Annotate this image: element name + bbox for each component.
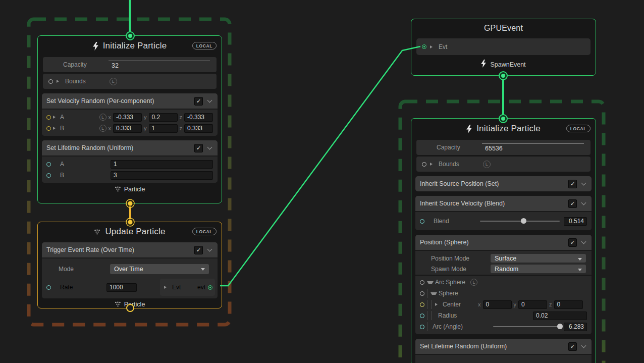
expander-icon[interactable] [53,116,58,119]
block-trigger-event-rate[interactable]: Trigger Event Rate (Over Time) Mode Over… [42,242,218,298]
chevron-down-icon[interactable] [581,181,586,186]
block-header[interactable]: Inherit Source Position (Set) [415,176,592,191]
float-port[interactable] [420,314,424,318]
node-header[interactable]: Initialize Particle LOCAL [411,119,596,139]
enabled-checkbox[interactable] [194,246,203,254]
enabled-checkbox[interactable] [568,342,577,351]
float-port[interactable] [46,285,51,290]
x-input[interactable]: 0.333 [113,124,142,133]
bounds-row: Bounds L [43,74,217,89]
block-header[interactable]: Trigger Event Rate (Over Time) [42,242,218,257]
rate-label: Rate [60,284,106,291]
enabled-checkbox[interactable] [194,144,203,152]
chevron-down-icon[interactable] [581,239,586,244]
center-x-input[interactable]: 0 [483,300,512,309]
position-port[interactable] [420,302,424,307]
float-port[interactable] [46,173,51,178]
wire-evt-to-gpuevent[interactable] [220,46,420,286]
expander-down-icon[interactable] [427,281,434,284]
y-input[interactable]: 0.2 [149,113,178,122]
position-mode-dropdown[interactable]: Surface [491,254,586,263]
mode-row: Mode Over Time [44,261,215,277]
bounds-port[interactable] [48,79,53,84]
mode-label: Mode [59,266,110,273]
center-z-input[interactable]: 0 [554,300,583,309]
evt-input-port[interactable] [422,44,426,49]
node-update-particle[interactable]: Update Particle LOCAL Trigger Event Rate… [37,222,222,308]
block-header[interactable]: Set Velocity Random (Per-component) [42,93,218,109]
node-gpuevent[interactable]: GPUEvent Evt SpawnEvent [411,19,596,76]
blend-slider[interactable] [480,218,560,225]
expander-icon[interactable] [53,127,58,130]
center-y-input[interactable]: 0 [518,300,547,309]
block-inherit-source-velocity[interactable]: Inherit Source Velocity (Blend) Blend 0.… [415,196,592,230]
float-port[interactable] [420,219,424,224]
vector-port[interactable] [46,126,51,131]
block-header[interactable]: Position (Sphere) [415,235,592,250]
enabled-checkbox[interactable] [568,238,577,247]
expander-down-icon[interactable] [431,292,437,295]
enabled-checkbox[interactable] [568,180,577,188]
arc-angle-row: Arc (Angle) 6.283 [418,322,589,332]
block-set-lifetime-random[interactable]: Set Lifetime Random (Uniform) A 1 B 3 [42,140,218,183]
axis-y-label: y [144,125,147,131]
particle-output: Particle [38,298,222,310]
arc-angle-input[interactable]: 6.283 [564,323,587,331]
chevron-down-icon[interactable] [207,98,212,103]
block-inherit-source-position[interactable]: Inherit Source Position (Set) [415,176,592,191]
lightning-bolt-icon [93,42,98,50]
z-input[interactable]: 0.333 [184,124,213,133]
local-space-icon[interactable]: L [110,78,117,85]
block-header[interactable]: Set Lifetime Random (Uniform) [415,339,592,354]
node-initialize-particle-right[interactable]: Initialize Particle LOCAL Capacity 65536… [411,118,596,363]
sphere-row: Sphere [418,288,589,298]
node-header[interactable]: Update Particle LOCAL [38,222,222,241]
block-set-velocity-random[interactable]: Set Velocity Random (Per-component) A L … [42,93,218,136]
block-position-sphere[interactable]: Position (Sphere) Position Mode Surface … [415,235,592,334]
local-space-icon[interactable]: L [99,125,106,132]
arc-angle-slider[interactable] [493,323,560,330]
node-header[interactable]: Initialize Particle LOCAL [38,36,222,56]
block-set-lifetime-random[interactable]: Set Lifetime Random (Uniform) [415,339,592,363]
spawn-mode-dropdown[interactable]: Random [491,265,586,273]
float-port[interactable] [46,162,51,167]
mode-dropdown[interactable]: Over Time [110,264,209,274]
radius-input[interactable]: 0.02 [533,312,587,320]
expander-icon[interactable] [430,163,435,166]
chevron-down-icon[interactable] [581,343,586,348]
arc-angle-label: Arc (Angle) [433,323,489,330]
capacity-input[interactable]: 65536 [482,143,584,152]
chevron-down-icon[interactable] [581,200,586,205]
node-initialize-particle-left[interactable]: Initialize Particle LOCAL Capacity 32 Bo… [37,35,222,203]
bounds-port[interactable] [422,162,426,167]
capacity-input[interactable]: 32 [109,61,210,69]
enabled-checkbox[interactable] [194,97,203,106]
evt-output-port[interactable] [208,285,212,290]
block-header[interactable]: Set Lifetime Random (Uniform) [42,140,218,155]
expander-icon[interactable] [430,45,435,48]
arcsphere-port[interactable] [420,280,424,285]
chevron-down-icon[interactable] [207,247,212,252]
node-header[interactable]: GPUEvent [411,19,596,37]
y-input[interactable]: 1 [149,124,178,133]
value-input[interactable]: 3 [111,171,213,180]
x-input[interactable]: -0.333 [113,113,142,122]
vfx-graph-canvas[interactable]: Initialize Particle LOCAL Capacity 32 Bo… [0,0,644,363]
local-space-icon[interactable]: L [99,114,106,121]
blend-input[interactable]: 0.514 [564,217,587,226]
rate-input[interactable]: 1000 [106,283,137,292]
z-input[interactable]: -0.333 [184,113,213,122]
value-input[interactable]: 1 [111,160,213,169]
block-title: Inherit Source Position (Set) [420,180,568,187]
float-port[interactable] [420,325,424,329]
local-space-icon[interactable]: L [483,161,491,168]
block-header[interactable]: Inherit Source Velocity (Blend) [415,196,592,211]
enabled-checkbox[interactable] [568,199,577,208]
expander-icon[interactable] [435,303,440,306]
expander-icon[interactable] [164,286,169,289]
sphere-port[interactable] [420,291,424,296]
chevron-down-icon[interactable] [207,145,212,150]
expander-icon[interactable] [57,80,62,83]
local-space-icon[interactable]: L [470,279,477,286]
vector-port[interactable] [46,115,51,120]
